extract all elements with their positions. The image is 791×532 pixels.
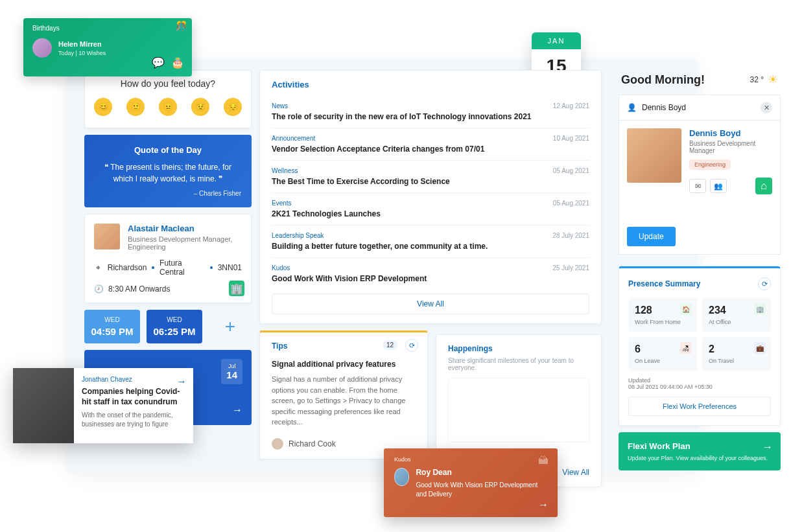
activity-item[interactable]: KudosGood Work With Vision ERP Developme… — [272, 258, 589, 290]
quote-card: Quote of the Day ❝ The present is theirs… — [84, 135, 252, 207]
mood-neutral-icon[interactable]: 😐 — [159, 98, 177, 116]
mood-card: How do you feel today? 😊 🙂 😐 😟 😔 — [84, 70, 252, 128]
happenings-sub: Share significant milestones of your tea… — [448, 357, 589, 371]
presence-stat[interactable]: 234At Office🏢 — [702, 298, 771, 332]
activity-date: 12 Aug 2021 — [553, 102, 589, 121]
arrow-icon[interactable]: → — [538, 499, 549, 511]
mood-smile-icon[interactable]: 🙂 — [126, 98, 145, 116]
confetti-icon: 🎊 — [176, 21, 187, 31]
refresh-icon[interactable]: ⟳ — [758, 277, 771, 290]
mood-worried-icon[interactable]: 😟 — [191, 98, 209, 116]
activity-category: Wellness — [272, 167, 450, 174]
news-title: Companies helping Covid-hit staff in tax… — [82, 387, 184, 407]
kudos-card[interactable]: Kudos 🏔 Roy Dean Good Work With Vision E… — [384, 448, 558, 517]
birthday-heading: Birthdays — [32, 25, 183, 32]
activity-title: Vendor Selection Acceptance Criteria cha… — [272, 145, 484, 154]
arrow-icon[interactable]: → — [176, 376, 187, 387]
profile-role: Business Development Manager — [689, 140, 772, 154]
mood-heading: How do you feel today? — [85, 78, 251, 89]
avatar — [627, 128, 681, 183]
happenings-input[interactable] — [448, 378, 589, 443]
activity-category: Announcement — [272, 135, 484, 142]
presence-stat[interactable]: 6On Leave🏖 — [628, 337, 697, 371]
person-time: 8:30 AM Onwards — [108, 284, 170, 294]
refresh-icon[interactable]: ⟳ — [405, 339, 418, 352]
view-all-button[interactable]: View All — [272, 294, 589, 314]
flexi-plan-card[interactable]: Flexi Work Plan Update your Plan. View a… — [619, 432, 781, 470]
tips-card: Tips 12 ⟳ Signal additional privacy feat… — [259, 330, 428, 459]
news-desc: With the onset of the pandemic, business… — [82, 411, 184, 429]
news-popup[interactable]: Jonathan Chavez Companies helping Covid-… — [13, 368, 193, 443]
presence-stat[interactable]: 128Work From Home🏠 — [628, 298, 697, 332]
activity-title: The role of security in the new era of I… — [272, 112, 532, 121]
presence-stat[interactable]: 2On Travel💼 — [702, 337, 771, 371]
profile-card: Dennis Boyd Business Development Manager… — [619, 120, 781, 255]
flexi-plan-heading: Flexi Work Plan — [628, 441, 772, 451]
activity-category: News — [272, 102, 532, 110]
clock-icon: 🕗 — [94, 284, 103, 294]
stat-icon: 🏖 — [680, 342, 692, 354]
sun-icon: ☀ — [768, 73, 778, 87]
activity-item[interactable]: WellnessThe Best Time to Exercise Accord… — [272, 161, 589, 193]
home-icon[interactable]: ⌂ — [755, 178, 772, 194]
add-time-button[interactable]: + — [209, 310, 252, 343]
presence-heading: Presence Summary — [628, 279, 700, 288]
activity-category: Leadership Speak — [272, 232, 488, 239]
flexi-plan-sub: Update your Plan. View availability of y… — [628, 455, 772, 461]
quote-body: ❝ The present is theirs; the future, for… — [95, 161, 241, 185]
kudos-heading: Kudos — [394, 456, 547, 463]
birthday-name: Helen Mirren — [58, 40, 106, 48]
activity-date: 25 July 2021 — [552, 264, 589, 283]
activity-date: 05 Aug 2021 — [553, 200, 589, 218]
person-name[interactable]: Alastair Maclean — [128, 224, 242, 233]
calendar-month: JAN — [532, 32, 581, 49]
avatar — [32, 38, 52, 58]
mood-happy-icon[interactable]: 😊 — [94, 98, 112, 116]
activity-title: The Best Time to Exercise According to S… — [272, 177, 450, 186]
activity-item[interactable]: AnnouncementVendor Selection Acceptance … — [272, 128, 589, 161]
activity-title: 2K21 Technologies Launches — [272, 209, 381, 218]
chat-icon[interactable]: 💬 — [152, 56, 165, 69]
time-cards: WED 04:59 PM WED 06:25 PM + — [84, 310, 252, 343]
person-loc: Richardson — [108, 263, 147, 272]
location-icon: ⌖ — [94, 263, 102, 272]
happenings-view-all[interactable]: View All — [562, 468, 589, 477]
greeting-text: Good Morning! — [621, 73, 705, 87]
stat-icon: 💼 — [754, 342, 766, 354]
teams-icon[interactable]: 👥 — [710, 179, 727, 193]
temperature: 32 ° — [750, 75, 764, 84]
presence-card: Presence Summary ⟳ 128Work From Home🏠234… — [619, 266, 781, 426]
happenings-heading: Happenings — [448, 344, 589, 353]
flexi-preferences-link[interactable]: Flexi Work Preferences — [628, 397, 771, 416]
activity-date: 28 July 2021 — [552, 232, 589, 251]
stat-icon: 🏢 — [754, 303, 766, 315]
quote-author: – Charles Fisher — [95, 190, 241, 197]
activities-card: Activities NewsThe role of security in t… — [259, 70, 602, 324]
meeting-date: Jul 14 — [221, 359, 242, 384]
kudos-name: Roy Dean — [416, 468, 547, 477]
activity-date: 05 Aug 2021 — [553, 167, 589, 186]
mood-sad-icon[interactable]: 😔 — [224, 98, 242, 116]
avatar — [272, 438, 283, 450]
arrow-icon[interactable]: → — [232, 404, 242, 416]
time-card-1[interactable]: WED 04:59 PM — [84, 310, 140, 343]
building-icon[interactable]: 🏢 — [229, 281, 244, 296]
update-button[interactable]: Update — [627, 227, 676, 246]
person-role: Business Development Manager, Engineerin… — [128, 235, 242, 251]
avatar — [94, 224, 120, 249]
user-search-icon[interactable]: 👤 — [627, 103, 637, 112]
close-icon[interactable]: ✕ — [761, 102, 772, 113]
profile-topbar: 👤Dennis Boyd ✕ — [619, 95, 781, 120]
time-card-2[interactable]: WED 06:25 PM — [147, 310, 202, 343]
activity-date: 10 Aug 2021 — [553, 135, 589, 154]
activity-item[interactable]: Events2K21 Technologies Launches05 Aug 2… — [272, 193, 589, 226]
mail-icon[interactable]: ✉ — [689, 179, 706, 193]
activity-item[interactable]: Leadership SpeakBuilding a better future… — [272, 226, 589, 258]
activity-item[interactable]: NewsThe role of security in the new era … — [272, 96, 589, 128]
activities-heading: Activities — [272, 80, 589, 89]
birthday-card[interactable]: Birthdays 🎊 Helen Mirren Today | 10 Wish… — [23, 18, 192, 76]
person-card: Alastair Maclean Business Development Ma… — [84, 214, 252, 303]
cake-icon[interactable]: 🎂 — [171, 56, 184, 69]
greeting-bar: Good Morning! 32 °☀ — [619, 70, 781, 95]
profile-name[interactable]: Dennis Boyd — [689, 128, 772, 138]
